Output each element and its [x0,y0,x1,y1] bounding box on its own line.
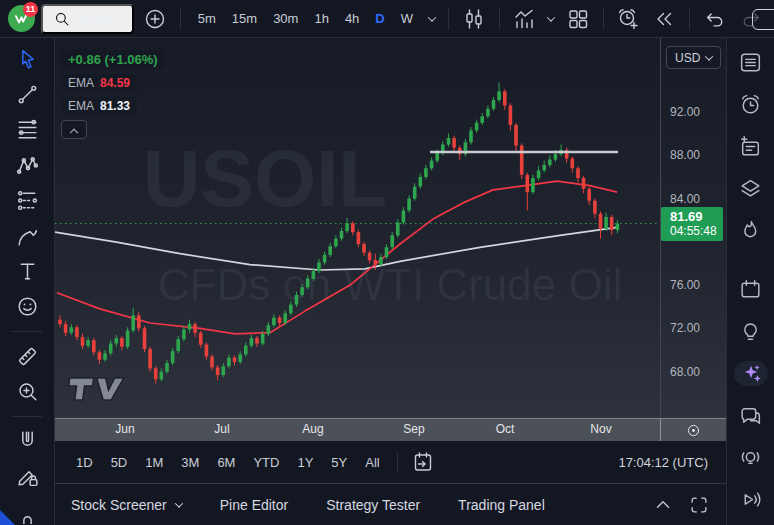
price-tick: 76.00 [670,278,700,292]
indicators-icon [512,7,536,31]
sidebar-text-notes-button[interactable] [734,134,768,159]
save-layout-button[interactable] [752,9,774,30]
bottom-panel: Stock ScreenerPine EditorStrategy Tester… [55,483,726,525]
emoji-tool-button[interactable] [10,294,44,320]
chevron-down-icon [705,52,713,60]
draw-lock-tool-button[interactable] [10,463,44,489]
bar-countdown: 04:55:48 [670,224,723,239]
sidebar-watchlist-button[interactable] [734,50,768,75]
sidebar-idea-bulb-button[interactable] [734,319,768,344]
notifications-badge[interactable]: 11 [23,2,38,17]
timeframe-D[interactable]: D [368,7,391,30]
trend-line-tool-button[interactable] [10,81,44,107]
range-toolbar: 1D5D1M3M6MYTD1Y5YAll 17:04:12 (UTC) [55,441,726,483]
tradingview-logo[interactable]: 11 [8,4,35,34]
range-1d-button[interactable]: 1D [69,450,100,475]
prediction-tool-button[interactable] [10,188,44,214]
clock-utc[interactable]: 17:04:12 (UTC) [618,455,712,470]
lock-partial-tool-button[interactable] [10,499,44,525]
range-6m-button[interactable]: 6M [210,450,242,475]
tab-label: Strategy Tester [326,497,420,513]
corner-logo-decoration [0,510,15,525]
timeframe-15m[interactable]: 15m [225,7,264,30]
drawing-toolbar [0,38,55,525]
magnet-tool-button[interactable] [10,428,44,454]
text-icon [15,259,40,284]
currency-selector[interactable]: USD [666,46,721,69]
tab-label: Pine Editor [220,497,288,513]
plus-circle-icon [143,7,167,31]
go-to-date-button[interactable] [408,447,438,477]
undo-button[interactable] [700,4,730,34]
range-5y-button[interactable]: 5Y [324,450,354,475]
sidebar-streams-bulb-button[interactable] [734,445,768,470]
symbol-label: USOIL [78,11,122,27]
symbol-search-button[interactable]: USOIL [41,4,134,34]
chevron-up-icon [652,494,674,516]
zoom-in-tool-button[interactable] [10,378,44,404]
sidebar-flame-button[interactable] [734,218,768,243]
time-tick-jul: Jul [214,422,229,436]
search-icon [53,10,71,28]
range-3m-button[interactable]: 3M [174,450,206,475]
undo-icon [703,7,727,31]
create-alert-button[interactable] [613,4,643,34]
trend-line-icon [15,82,40,107]
brush-tool-button[interactable] [10,223,44,249]
bar-replay-button[interactable] [649,4,679,34]
sidebar-ai-sparkles-button[interactable] [734,361,768,386]
timeframe-menu-button[interactable] [426,13,438,25]
panel-maximize-button[interactable] [688,494,710,516]
indicators-button[interactable] [509,4,539,34]
sidebar-chat-button[interactable] [734,403,768,428]
sidebar-calendar-button[interactable] [734,277,768,302]
indicator-templates-button[interactable] [545,13,557,25]
legend-collapse-button[interactable] [61,120,87,139]
toolbar-divider [12,331,42,332]
panel-expand-button[interactable] [652,494,674,516]
symbol-change-row[interactable]: +0.86 (+1.06%) [61,50,165,69]
timeframe-1h[interactable]: 1h [307,7,335,30]
timeframe-30m[interactable]: 30m [266,7,305,30]
tab-strategy-tester[interactable]: Strategy Tester [326,497,420,513]
text-tool-button[interactable] [10,258,44,284]
chart-style-button[interactable] [459,4,489,34]
chevron-down-icon [547,13,555,21]
cursor-tool-button[interactable] [10,46,44,72]
tab-pine-editor[interactable]: Pine Editor [220,497,288,513]
candles-style-icon [462,7,486,31]
fib-lines-tool-button[interactable] [10,117,44,143]
live-play-icon [738,487,763,512]
price-axis[interactable]: USD 81.69 04:55:48 92.0088.0084.0076.007… [660,38,726,418]
layout-grid-button[interactable] [563,4,593,34]
time-axis[interactable]: JunJulAugSepOctNov [55,418,726,441]
chart-plot[interactable]: USOILCFDs on WTI Crude Oil +0.86 (+1.06%… [55,38,660,418]
sidebar-alert-clock-button[interactable] [734,92,768,117]
time-axis-scale[interactable]: JunJulAugSepOctNov [55,419,660,441]
fib-lines-icon [15,117,40,142]
timeframe-4h[interactable]: 4h [338,7,366,30]
compare-add-button[interactable] [140,4,170,34]
time-tick-oct: Oct [496,422,515,436]
range-1y-button[interactable]: 1Y [290,450,320,475]
timeframe-W[interactable]: W [394,7,420,30]
ruler-tool-button[interactable] [10,343,44,369]
timeframe-5m[interactable]: 5m [191,7,223,30]
tab-trading-panel[interactable]: Trading Panel [458,497,545,513]
tab-stock-screener[interactable]: Stock Screener [71,497,182,513]
sidebar-layers-button[interactable] [734,176,768,201]
range-1m-button[interactable]: 1M [138,450,170,475]
tradingview-watermark-logo[interactable] [67,378,124,400]
ema-fast-row[interactable]: EMA 84.59 [61,74,137,92]
lock-partial-icon [15,499,40,524]
range-all-button[interactable]: All [358,450,386,475]
ema-slow-row[interactable]: EMA 81.33 [61,97,137,115]
xabcd-pattern-tool-button[interactable] [10,152,44,178]
sidebar-live-play-button[interactable] [734,487,768,512]
last-price-badge: 81.69 04:55:48 [661,207,723,241]
toolbar-divider [12,416,42,417]
chart-settings-button[interactable] [660,419,726,441]
price-tick: 68.00 [670,365,700,379]
range-ytd-button[interactable]: YTD [246,450,286,475]
range-5d-button[interactable]: 5D [104,450,135,475]
